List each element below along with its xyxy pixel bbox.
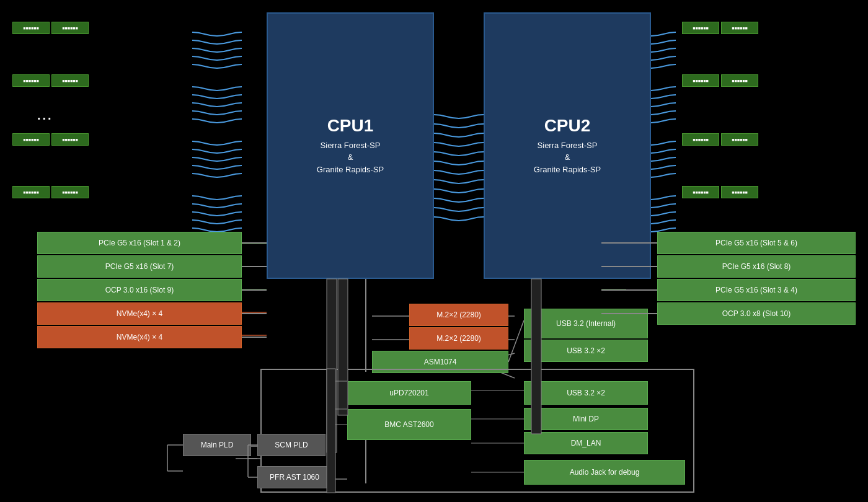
- dimm-slot: ■■■■■■: [721, 74, 758, 87]
- scm-pld: SCM PLD: [257, 434, 326, 456]
- dimm-slot: ■■■■■■: [51, 22, 89, 34]
- pcie-slot-3-4: PCIe G5 x16 (Slot 3 & 4): [657, 279, 856, 301]
- upd720201: uPD720201: [347, 381, 471, 405]
- cpu1-subtitle: Sierra Forest-SP & Granite Rapids-SP: [317, 139, 384, 176]
- dimm-group-right-1: ■■■■■■ ■■■■■■: [682, 22, 758, 34]
- cpu2-subtitle: Sierra Forest-SP & Granite Rapids-SP: [534, 139, 601, 176]
- dots-indicator: ···: [37, 112, 53, 126]
- mini-dp: Mini DP: [524, 408, 648, 430]
- dimm-slot: ■■■■■■: [682, 133, 719, 146]
- usb-32-x2-top: USB 3.2 ×2: [524, 340, 648, 362]
- dimm-group-right-4: ■■■■■■ ■■■■■■: [682, 186, 758, 198]
- dimm-slot: ■■■■■■: [51, 74, 89, 87]
- dimm-slot: ■■■■■■: [721, 186, 758, 198]
- dimm-slot: ■■■■■■: [682, 22, 719, 34]
- dimm-slot: ■■■■■■: [12, 133, 50, 146]
- cpu2-title: CPU2: [544, 116, 591, 136]
- dimm-group-left-2: ■■■■■■ ■■■■■■: [12, 74, 89, 87]
- nvme-left-1: NVMe(x4) × 4: [37, 302, 242, 325]
- pcie-slot-5-6: PCIe G5 x16 (Slot 5 & 6): [657, 232, 856, 254]
- dimm-group-left-4: ■■■■■■ ■■■■■■: [12, 186, 89, 198]
- dimm-slot: ■■■■■■: [721, 133, 758, 146]
- pcie-slot-1-2: PCIe G5 x16 (Slot 1 & 2): [37, 232, 242, 254]
- pfr-ast1060: PFR AST 1060: [257, 466, 332, 488]
- cpu2-block: CPU2 Sierra Forest-SP & Granite Rapids-S…: [484, 12, 651, 279]
- ocp-slot-10: OCP 3.0 x8 (Slot 10): [657, 302, 856, 325]
- m2-1: M.2×2 (2280): [409, 304, 508, 326]
- svg-line-48: [508, 320, 524, 362]
- usb-32-x2-bmc: USB 3.2 ×2: [524, 381, 648, 405]
- cpu1-title: CPU1: [327, 116, 374, 136]
- usb-internal: USB 3.2 (Internal): [524, 309, 648, 338]
- dm-lan: DM_LAN: [524, 432, 648, 454]
- pcie-slot-8: PCIe G5 x16 (Slot 8): [657, 255, 856, 278]
- dimm-slot: ■■■■■■: [682, 186, 719, 198]
- dimm-group-right-2: ■■■■■■ ■■■■■■: [682, 74, 758, 87]
- dimm-slot: ■■■■■■: [51, 186, 89, 198]
- dimm-group-right-3: ■■■■■■ ■■■■■■: [682, 133, 758, 146]
- dimm-group-left-3: ■■■■■■ ■■■■■■: [12, 133, 89, 146]
- dimm-group-left-1: ■■■■■■ ■■■■■■: [12, 22, 89, 34]
- dimm-slot: ■■■■■■: [12, 186, 50, 198]
- bmc-ast2600: BMC AST2600: [347, 409, 471, 440]
- pcie-slot-7: PCIe G5 x16 (Slot 7): [37, 255, 242, 278]
- ocp-slot-9: OCP 3.0 x16 (Slot 9): [37, 279, 242, 301]
- dimm-slot: ■■■■■■: [51, 133, 89, 146]
- dimm-slot: ■■■■■■: [682, 74, 719, 87]
- diagram: ■■■■■■ ■■■■■■ ■■■■■■ ■■■■■■ ··· ■■■■■■ ■…: [0, 0, 868, 502]
- dimm-slot: ■■■■■■: [721, 22, 758, 34]
- m2-2: M.2×2 (2280): [409, 327, 508, 350]
- audio-jack: Audio Jack for debug: [524, 460, 685, 485]
- dimm-slot: ■■■■■■: [12, 74, 50, 87]
- cpu1-block: CPU1 Sierra Forest-SP & Granite Rapids-S…: [267, 12, 434, 279]
- main-pld: Main PLD: [183, 434, 251, 456]
- nvme-left-2: NVMe(x4) × 4: [37, 326, 242, 348]
- dimm-slot: ■■■■■■: [12, 22, 50, 34]
